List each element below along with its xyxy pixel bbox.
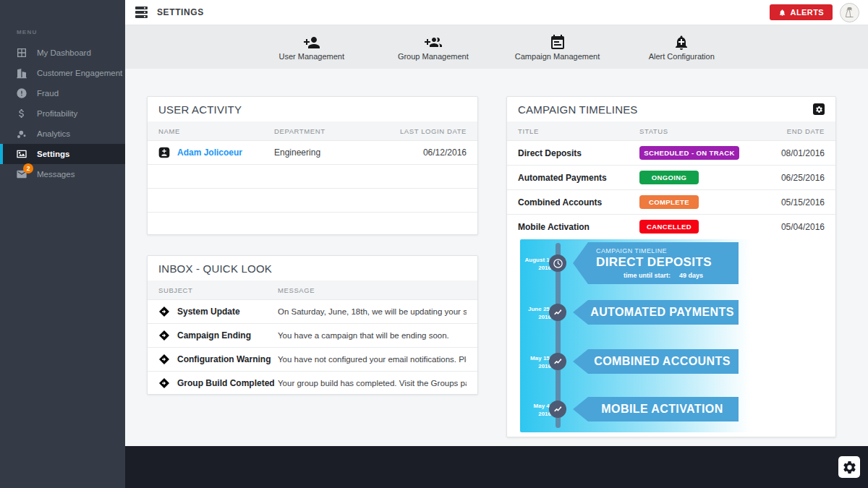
campaign-timelines-panel: CAMPAIGN TIMELINES TITLE STATUS END DATE… (506, 96, 836, 437)
sidebar-item-label: Customer Engagement (37, 69, 122, 77)
timeline-banner-title: MOBILE ACTIVATION (601, 403, 723, 416)
col-header-last-login: LAST LOGIN DATE (387, 127, 467, 135)
gear-icon (815, 106, 823, 114)
inbox-subject: Group Build Completed (177, 378, 275, 388)
sidebar: MENU My Dashboard Customer Engagement Fr… (0, 0, 125, 488)
timeline-banner-heading: CAMPAIGN TIMELINE (596, 247, 731, 254)
gear-icon (842, 460, 857, 475)
sidebar-item-analytics[interactable]: Analytics (0, 124, 125, 144)
campaign-title: Combined Accounts (518, 197, 639, 207)
inbox-row[interactable]: Campaign Ending You have a campaign that… (148, 323, 477, 347)
subnav-label: User Management (279, 52, 345, 61)
user-activity-row[interactable]: Adam Jolicoeur Engineering 06/12/2016 (148, 140, 477, 164)
avatar[interactable] (840, 3, 859, 22)
user-add-badge-icon (158, 147, 170, 158)
campaign-end-date: 05/15/2016 (752, 197, 825, 207)
timeline-banner-title: DIRECT DEPOSITS (596, 255, 731, 270)
campaign-title: Automated Payments (518, 173, 639, 183)
settings-dashboard: MENU My Dashboard Customer Engagement Fr… (0, 0, 868, 488)
sidebar-item-my-dashboard[interactable]: My Dashboard (0, 43, 125, 63)
subnav-campaign-management[interactable]: Campaign Management (515, 34, 600, 61)
empty-row (148, 188, 477, 212)
campaign-row[interactable]: Direct Deposits SCHEDULED - ON TRACK 08/… (507, 140, 835, 165)
inbox-title: INBOX - QUICK LOOK (158, 262, 272, 275)
user-last-login: 06/12/2016 (387, 147, 467, 158)
inbox-subject: Configuration Warning (177, 354, 271, 364)
alert-circle-icon (16, 87, 27, 99)
bubbles-icon (16, 128, 27, 140)
col-header-title: TITLE (518, 127, 639, 135)
timeline-date: June 25,2016 (521, 306, 551, 322)
subnav-label: Campaign Management (515, 52, 600, 61)
sidebar-item-customer-engagement[interactable]: Customer Engagement (0, 63, 125, 83)
timeline-node (549, 304, 566, 321)
management-subnav: User Management Group Management Campaig… (125, 25, 868, 69)
alerts-button[interactable]: ALERTS (770, 4, 833, 20)
subnav-group-management[interactable]: Group Management (393, 34, 473, 61)
user-activity-title: USER ACTIVITY (158, 103, 242, 116)
sidebar-item-messages[interactable]: 2 Messages (0, 164, 125, 184)
col-header-end-date: END DATE (752, 127, 825, 135)
timeline-banner-combined-accounts[interactable]: COMBINED ACCOUNTS (573, 349, 739, 374)
inbox-row[interactable]: Configuration Warning You have not confi… (148, 347, 477, 371)
sidebar-item-fraud[interactable]: Fraud (0, 83, 125, 103)
inbox-panel: INBOX - QUICK LOOK SUBJECT MESSAGE Syste… (147, 255, 478, 395)
bell-icon (778, 9, 786, 17)
campaign-title: Direct Deposits (518, 148, 639, 158)
timeline-banner-mobile-activation[interactable]: MOBILE ACTIVATION (573, 397, 739, 421)
empty-row (148, 212, 477, 236)
bell-add-icon (673, 34, 690, 51)
timeline-date: May 4,2016 (521, 403, 551, 419)
trend-icon (553, 307, 563, 318)
image-icon (16, 148, 27, 160)
timeline-node (549, 254, 566, 272)
empty-row (148, 164, 477, 188)
campaign-title: Mobile Activation (518, 222, 639, 232)
group-add-icon (425, 34, 442, 51)
avatar-sketch (841, 4, 859, 22)
timeline-date: August 1,2016 (521, 257, 551, 273)
timeline-banner-automated-payments[interactable]: AUTOMATED PAYMENTS (573, 300, 739, 325)
footer-settings-button[interactable] (838, 456, 860, 478)
col-header-message: MESSAGE (278, 286, 467, 294)
col-header-subject: SUBJECT (158, 286, 278, 294)
sidebar-item-label: Settings (37, 150, 69, 158)
timeline-date: May 15,2016 (521, 355, 551, 371)
subnav-alert-configuration[interactable]: Alert Configuration (642, 34, 721, 61)
status-badge: COMPLETE (639, 195, 699, 209)
building-icon (16, 67, 27, 79)
timeline-node (549, 401, 566, 418)
sidebar-item-label: Messages (37, 170, 75, 179)
trend-icon (553, 356, 563, 367)
campaign-row[interactable]: Automated Payments ONGOING 06/25/2016 (507, 165, 835, 189)
timeline-banner-title: AUTOMATED PAYMENTS (590, 306, 734, 319)
user-name-link[interactable]: Adam Jolicoeur (177, 147, 242, 158)
topbar-right: ALERTS (770, 3, 859, 22)
subnav-label: Group Management (398, 52, 469, 61)
inbox-row[interactable]: System Update On Saturday, June, 18th, w… (148, 299, 477, 323)
campaign-end-date: 05/04/2016 (752, 222, 825, 232)
campaign-row[interactable]: Mobile Activation CANCELLED 05/04/2016 (507, 214, 835, 239)
campaign-row[interactable]: Combined Accounts COMPLETE 05/15/2016 (507, 189, 835, 214)
panel-settings-button[interactable] (813, 103, 825, 115)
inbox-row[interactable]: Group Build Completed Your group build h… (148, 371, 477, 395)
campaign-timeline-graphic: August 1,2016 CAMPAIGN TIMELINE DIRECT D… (520, 239, 831, 432)
user-add-icon (303, 34, 320, 51)
inbox-header: SUBJECT MESSAGE (148, 281, 477, 299)
inbox-message: You have a campaign that will be ending … (278, 331, 467, 340)
sidebar-item-profitability[interactable]: Profitability (0, 103, 125, 124)
server-stack-icon (135, 7, 148, 18)
diamond-arrow-icon (158, 377, 170, 389)
inbox-message: You have not configured your email notif… (278, 355, 467, 364)
timeline-banner-direct-deposits[interactable]: CAMPAIGN TIMELINE DIRECT DEPOSITS time u… (573, 242, 739, 284)
dashboard-icon (16, 47, 27, 59)
sidebar-item-label: Analytics (37, 129, 70, 138)
subnav-label: Alert Configuration (649, 52, 715, 61)
diamond-arrow-icon (158, 354, 170, 365)
envelope-icon-wrap: 2 (16, 168, 27, 180)
subnav-user-management[interactable]: User Management (272, 34, 352, 61)
sidebar-item-settings[interactable]: Settings (0, 144, 125, 164)
inbox-subject: System Update (177, 307, 240, 317)
sidebar-item-label: Fraud (37, 89, 59, 98)
dollar-icon (16, 108, 27, 119)
